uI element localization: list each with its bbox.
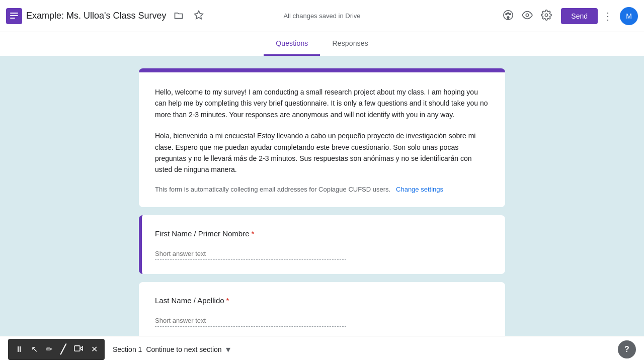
description-para1: Hello, welcome to my survey! I am conduc… xyxy=(155,86,489,120)
bottom-bar: ⏸ ↖ ✏ ╱ ✕ Section 1 Continue to next sec… xyxy=(0,336,644,362)
svg-marker-4 xyxy=(194,11,203,19)
more-options-btn[interactable]: ⋮ xyxy=(600,7,616,25)
folder-icon xyxy=(174,10,184,22)
question-label-1: First Name / Primer Nombre* xyxy=(155,229,489,238)
tabs-bar: Questions Responses xyxy=(0,32,644,56)
cursor-icon: ↖ xyxy=(31,344,38,354)
pause-btn[interactable]: ⏸ xyxy=(12,343,26,356)
help-icon: ? xyxy=(624,345,629,354)
cursor-btn[interactable]: ↖ xyxy=(28,342,41,356)
description-card: Hello, welcome to my survey! I am conduc… xyxy=(139,68,505,207)
tab-responses[interactable]: Responses xyxy=(320,32,380,56)
svg-point-9 xyxy=(526,14,529,17)
change-settings-link[interactable]: Change settings xyxy=(396,186,443,193)
eye-icon xyxy=(522,10,533,22)
section-action: Continue to next section xyxy=(146,345,221,353)
help-btn[interactable]: ? xyxy=(618,340,636,358)
close-btn[interactable]: ✕ xyxy=(88,342,101,356)
avatar[interactable]: M xyxy=(620,7,638,25)
question-card-1: First Name / Primer Nombre* xyxy=(139,215,505,274)
customize-icon-btn[interactable] xyxy=(500,7,517,25)
bottom-tools: ⏸ ↖ ✏ ╱ ✕ xyxy=(8,339,105,360)
camera-icon xyxy=(74,344,83,355)
pencil-icon: ✏ xyxy=(46,344,52,354)
topbar: Example: Ms. Ulloa's Class Survey All ch… xyxy=(0,0,644,32)
save-status: All changes saved in Drive xyxy=(217,12,428,20)
palette-icon xyxy=(503,10,514,22)
svg-point-10 xyxy=(545,14,548,17)
star-icon-btn[interactable] xyxy=(191,7,207,25)
preview-icon-btn[interactable] xyxy=(519,7,536,25)
chevron-down-icon: ▾ xyxy=(226,344,230,354)
line-icon: ╱ xyxy=(60,344,66,355)
topbar-left: Example: Ms. Ulloa's Class Survey xyxy=(6,7,217,25)
section-dropdown-btn[interactable]: ▾ xyxy=(226,344,230,355)
short-answer-input-1[interactable] xyxy=(155,248,346,260)
required-star-1: * xyxy=(252,229,255,238)
required-star-2: * xyxy=(226,296,229,305)
forms-icon xyxy=(6,8,22,24)
settings-icon-btn[interactable] xyxy=(538,7,555,25)
close-icon: ✕ xyxy=(91,344,98,354)
form-title: Example: Ms. Ulloa's Class Survey xyxy=(26,11,167,21)
question-card-2: Last Name / Apellido* xyxy=(139,282,505,341)
send-button[interactable]: Send xyxy=(561,8,598,24)
svg-rect-2 xyxy=(10,15,18,16)
tab-questions[interactable]: Questions xyxy=(264,32,320,56)
svg-rect-1 xyxy=(10,13,18,14)
star-icon xyxy=(194,10,204,22)
pencil-btn[interactable]: ✏ xyxy=(43,342,55,356)
main-content: Hello, welcome to my survey! I am conduc… xyxy=(0,56,644,349)
svg-point-7 xyxy=(508,13,509,14)
form-container: Hello, welcome to my survey! I am conduc… xyxy=(131,68,513,341)
svg-point-6 xyxy=(506,14,507,15)
line-btn[interactable]: ╱ xyxy=(57,342,69,357)
svg-point-8 xyxy=(510,14,511,15)
question-label-2: Last Name / Apellido* xyxy=(155,296,489,305)
description-para2: Hola, bienvenido a mi encuesta! Estoy ll… xyxy=(155,130,489,175)
svg-rect-11 xyxy=(74,345,80,351)
folder-icon-btn[interactable] xyxy=(171,7,187,25)
section-info: Section 1 Continue to next section ▾ xyxy=(113,344,618,355)
pause-icon: ⏸ xyxy=(15,345,23,354)
settings-icon xyxy=(541,10,552,22)
topbar-right: Send ⋮ M xyxy=(427,7,638,25)
short-answer-input-2[interactable] xyxy=(155,315,346,327)
section-label: Section 1 xyxy=(113,345,142,353)
svg-rect-3 xyxy=(10,18,15,19)
more-icon: ⋮ xyxy=(603,10,613,22)
camera-btn[interactable] xyxy=(71,342,86,357)
email-notice: This form is automatically collecting em… xyxy=(155,186,489,193)
